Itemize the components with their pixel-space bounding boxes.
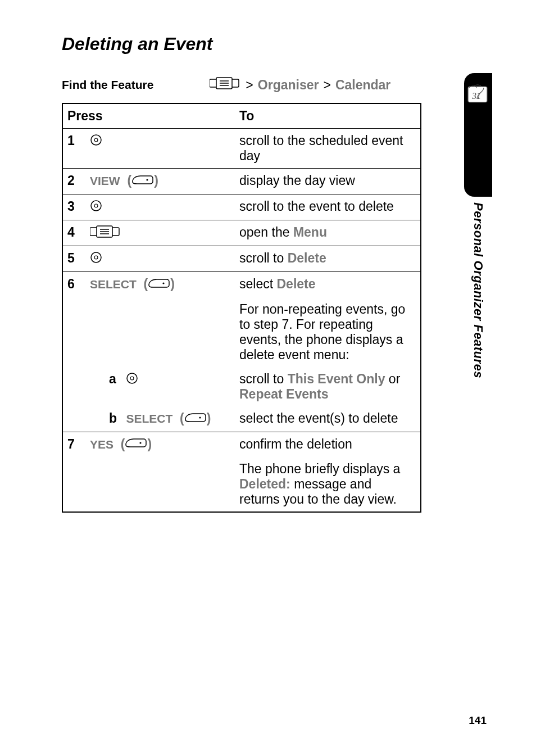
to-text: or — [385, 372, 400, 386]
step-number: 4 — [62, 220, 87, 246]
breadcrumb-organiser: Organiser — [258, 78, 319, 93]
nav-key-icon — [90, 134, 102, 150]
to-cell: scroll to the scheduled event day — [236, 129, 421, 169]
step-number: 2 — [62, 169, 87, 194]
to-text: select — [239, 277, 276, 291]
to-cell: open the Menu — [236, 220, 421, 246]
soft-key-label: VIEW — [90, 174, 120, 187]
press-cell: YES () — [87, 432, 236, 457]
to-cell: display the day view — [236, 169, 421, 194]
to-cell: scroll to This Event Only or Repeat Even… — [236, 367, 421, 406]
col-header-to: To — [236, 103, 421, 129]
to-text: scroll to — [239, 251, 288, 265]
menu-key-icon — [210, 77, 241, 93]
nav-key-icon — [90, 251, 102, 267]
breadcrumb-sep: > — [246, 78, 253, 93]
page-number: 141 — [469, 714, 487, 727]
press-cell-sub: b SELECT () — [87, 406, 236, 432]
find-feature-label: Find the Feature — [62, 78, 153, 92]
press-cell — [87, 220, 236, 246]
step-number: 5 — [62, 246, 87, 271]
soft-key-icon — [184, 411, 207, 427]
section-label: Personal Organizer Features — [471, 202, 485, 378]
steps-table: Press To 1 scroll to the scheduled event… — [62, 103, 421, 513]
to-cell: select the event(s) to delete — [236, 406, 421, 432]
delete-word: Delete — [276, 277, 315, 291]
delete-word: Delete — [288, 251, 326, 265]
step-number: 6 — [62, 271, 87, 297]
nav-key-icon — [126, 372, 138, 388]
to-cell: scroll to Delete — [236, 246, 421, 271]
to-text: scroll to — [239, 372, 288, 386]
page-title: Deleting an Event — [62, 34, 480, 55]
breadcrumb: > Organiser > Calendar — [210, 77, 390, 93]
option-word: Repeat Events — [239, 387, 329, 401]
col-header-press: Press — [62, 103, 236, 129]
press-cell — [87, 194, 236, 220]
soft-key-icon — [131, 174, 154, 189]
press-cell: SELECT () — [87, 271, 236, 297]
to-cell: scroll to the event to delete — [236, 194, 421, 220]
calendar-tab-icon — [467, 82, 489, 107]
soft-key-label: YES — [90, 438, 113, 451]
deleted-word: Deleted: — [239, 477, 290, 491]
soft-key-label: SELECT — [90, 278, 137, 291]
section-tab — [464, 73, 492, 197]
nav-key-icon — [90, 200, 102, 215]
step-number: 7 — [62, 432, 87, 457]
breadcrumb-sep: > — [323, 78, 330, 93]
to-cell: select Delete — [236, 271, 421, 297]
step-number: 3 — [62, 194, 87, 220]
breadcrumb-calendar: Calendar — [335, 78, 390, 93]
to-text: open the — [239, 225, 293, 239]
press-cell: VIEW () — [87, 169, 236, 194]
menu-word: Menu — [293, 225, 327, 239]
soft-key-icon — [125, 437, 147, 452]
to-cell: confirm the deletion — [236, 432, 421, 457]
step-number: 1 — [62, 129, 87, 169]
step7-note: The phone briefly displays a Deleted: me… — [236, 457, 421, 512]
step6-note: For non-repeating events, go to step 7. … — [236, 297, 421, 367]
soft-key-icon — [148, 277, 170, 293]
press-cell-sub: a — [87, 367, 236, 406]
substep-letter: b — [109, 411, 122, 426]
press-cell — [87, 246, 236, 271]
option-word: This Event Only — [288, 372, 385, 386]
soft-key-label: SELECT — [126, 412, 172, 425]
menu-key-icon — [90, 225, 121, 241]
substep-letter: a — [109, 372, 122, 387]
press-cell — [87, 129, 236, 169]
note-text: The phone briefly displays a — [239, 461, 400, 476]
